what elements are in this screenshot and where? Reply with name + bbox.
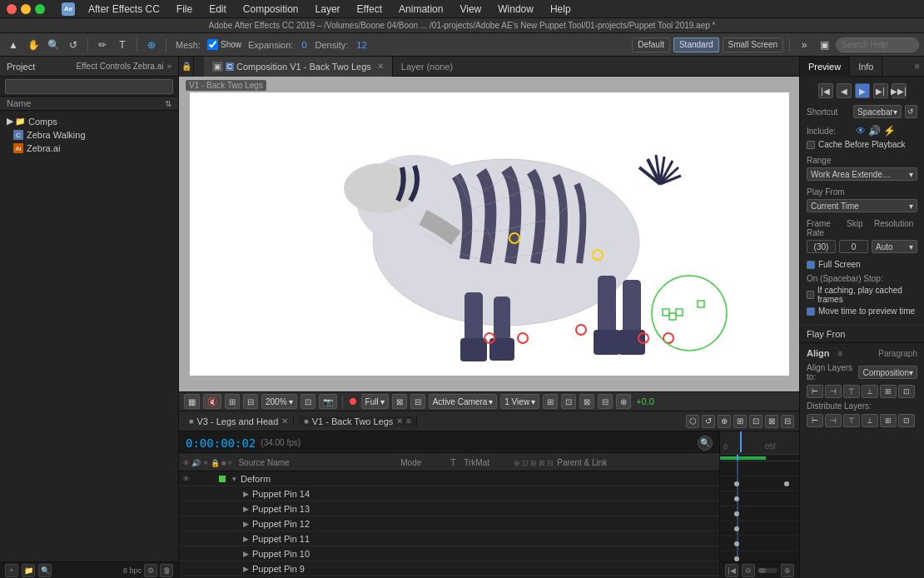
views-dropdown[interactable]: 1 View ▾ [500,394,539,409]
dist-center-h-btn[interactable]: ⊣ [825,414,842,427]
shortcut-reset-btn[interactable]: ↺ [905,105,917,118]
align-center-v-btn[interactable]: ⊞ [880,385,897,398]
default-btn[interactable]: Default [632,37,670,52]
v3-tab-close[interactable]: ✕ [281,416,288,426]
tl-layer-pin9[interactable]: ▶ Puppet Pin 9 [179,561,719,576]
comp-tab-1[interactable]: ▣ C Composition V1 - Back Two Legs ✕ [204,57,393,77]
include-audio-icon[interactable]: 🔊 [868,125,881,137]
preview-tab[interactable]: Preview [800,57,850,77]
transport-next-frame[interactable]: ▶| [873,83,888,98]
tree-item-comps[interactable]: ▶ 📁 Comps [0,114,178,128]
viewer-mute-btn[interactable]: 🔇 [203,394,221,409]
search-replace-btn[interactable]: 🔍 [38,564,52,577]
fullscreen-checkbox[interactable] [807,261,815,269]
transport-play[interactable]: ▶ [855,83,870,98]
timeline-tab-v1[interactable]: ■ V1 - Back Two Legs ✕ ≡ [299,416,417,426]
sort-icon[interactable]: ⇅ [165,99,171,108]
cache-checkbox[interactable] [807,141,815,149]
v1-tab-menu[interactable]: ≡ [406,416,411,426]
align-bottom-btn[interactable]: ⊡ [898,385,915,398]
pin9-expand[interactable]: ▶ [241,564,251,574]
tool-select[interactable]: ▲ [5,37,22,53]
tree-item-zebra-ai[interactable]: Ai Zebra.ai [0,142,178,155]
menu-window[interactable]: Window [494,3,537,15]
tl-zoom-out[interactable]: ⊖ [742,564,755,577]
transport-end[interactable]: ▶▶| [892,83,907,98]
tl-btn-1[interactable]: ⬡ [686,415,699,428]
comp-tab-1-close[interactable]: ✕ [377,62,384,71]
menu-effect[interactable]: Effect [354,3,385,15]
tl-btn-3[interactable]: ⊕ [718,415,731,428]
expand-btn[interactable]: » [796,37,812,53]
tl-search-btn[interactable]: 🔍 [698,436,713,451]
deform-expand[interactable]: ▾ [229,474,239,484]
tool-puppet[interactable]: ⊕ [143,37,160,53]
tl-btn-4[interactable]: ⊞ [733,415,747,428]
effect-controls-label[interactable]: Effect Controls Zebra.ai [77,62,164,71]
panel-menu-icon[interactable]: ≡ [911,57,924,77]
search-input[interactable] [836,37,919,52]
quality-dropdown[interactable]: Full ▾ [361,394,389,409]
folder-btn[interactable]: 📁 [22,564,35,577]
transport-prev-frame[interactable]: ◀ [837,83,852,98]
menu-file[interactable]: File [173,3,196,15]
tl-navigate-start[interactable]: |◀ [725,564,738,577]
play-from-dropdown[interactable]: Current Time ▾ [807,199,917,212]
viewer-extra-4[interactable]: ⊟ [598,394,613,409]
viewer-extra-5[interactable]: ⊕ [616,394,631,409]
include-effects-icon[interactable]: ⚡ [883,125,896,137]
viewer-extra-3[interactable]: ⊠ [579,394,594,409]
menu-edit[interactable]: Edit [206,3,230,15]
close-button[interactable] [7,4,17,14]
tl-layer-pin10[interactable]: ▶ Puppet Pin 10 [179,546,719,561]
viewer-fit-btn[interactable]: ⊡ [301,394,315,409]
menu-view[interactable]: View [456,3,484,15]
comp-flowchart-btn[interactable]: ⊟ [410,394,425,409]
frame-rate-box[interactable]: (30) [807,240,836,253]
project-search-input[interactable] [5,79,173,94]
move-time-checkbox[interactable] [807,307,815,316]
dist-left-btn[interactable]: ⊢ [807,414,823,427]
viewer-snap-btn[interactable]: ⊟ [243,394,258,409]
pin12-expand[interactable]: ▶ [241,519,251,529]
tool-zoom[interactable]: 🔍 [45,37,62,53]
transport-start[interactable]: |◀ [818,83,833,98]
viewer-alpha-btn[interactable]: ⊞ [225,394,240,409]
show-checkbox-label[interactable]: Show [207,39,241,50]
standard-btn[interactable]: Standard [673,37,719,52]
menu-after-effects[interactable]: After Effects CC [85,3,163,15]
tl-layer-pin13[interactable]: ▶ Puppet Pin 13 [179,501,719,516]
small-screen-btn[interactable]: Small Screen [723,37,783,52]
tl-zoom-slider[interactable] [758,568,777,573]
viewer-snapshot-btn[interactable]: 📷 [319,394,337,409]
tl-zoom-in[interactable]: ⊕ [781,564,794,577]
pin13-expand[interactable]: ▶ [241,504,251,514]
menu-animation[interactable]: Animation [395,3,446,15]
align-top-btn[interactable]: ⊥ [862,385,878,398]
screen-mode-btn[interactable]: ▣ [816,37,832,53]
align-menu-icon[interactable]: ≡ [838,349,843,358]
tl-layer-pin11[interactable]: ▶ Puppet Pin 11 [179,531,719,546]
show-checkbox[interactable] [207,39,218,50]
maximize-button[interactable] [35,4,45,14]
tool-hand[interactable]: ✋ [25,37,42,53]
panel-expand-icon[interactable]: » [166,62,171,71]
dist-bottom-btn[interactable]: ⊡ [898,414,915,427]
tool-rotate[interactable]: ↺ [65,37,82,53]
dist-right-btn[interactable]: ⊤ [843,414,860,427]
camera-dropdown[interactable]: Active Camera ▾ [429,394,498,409]
timeline-tab-v3[interactable]: ■ V3 - Legs and Head ✕ [184,416,294,426]
minimize-button[interactable] [21,4,31,14]
align-center-h-btn[interactable]: ⊣ [825,385,842,398]
menu-composition[interactable]: Composition [240,3,302,15]
resolution-dropdown[interactable]: Auto ▾ [872,240,917,253]
align-left-btn[interactable]: ⊢ [807,385,823,398]
menu-layer[interactable]: Layer [312,3,344,15]
if-caching-checkbox[interactable] [807,291,814,299]
viewer-alpha-channel-btn[interactable] [348,396,358,406]
viewer-extra-1[interactable]: ⊞ [543,394,558,409]
dist-center-v-btn[interactable]: ⊞ [880,414,897,427]
dist-top-btn[interactable]: ⊥ [862,414,878,427]
tl-btn-7[interactable]: ⊟ [781,415,794,428]
tree-item-zebra-walking[interactable]: C Zebra Walking [0,128,178,142]
